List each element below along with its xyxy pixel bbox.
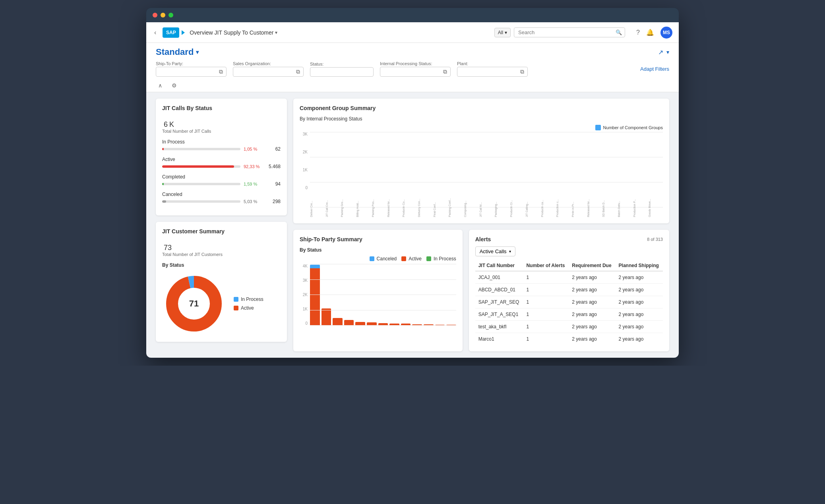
ship-bar-active-2 (321, 308, 331, 326)
x-label-20: SD Batch D... (602, 191, 617, 217)
component-group-legend: Number of Component Groups (300, 125, 663, 130)
filter-sales-org-copy[interactable]: ⧉ (296, 68, 300, 75)
filter-plant-input[interactable] (461, 69, 520, 75)
notification-icon[interactable]: 🔔 (646, 29, 654, 36)
x-label-4: Billing Hold... (356, 191, 371, 217)
cell-planned-3: 2 years ago (616, 296, 663, 308)
main-content: JIT Calls By Status 6K Total Number of J… (146, 92, 679, 358)
help-icon[interactable]: ? (636, 29, 640, 36)
x-label-9: Final Conf... (433, 191, 448, 217)
legend-in-process: In Process (234, 297, 263, 302)
app-title[interactable]: Overview JIT Supply To Customer ▾ (190, 29, 277, 36)
cell-planned-2: 2 years ago (616, 284, 663, 296)
ship-chart-container: 4K 3K 2K 1K 0 (300, 264, 456, 326)
ship-bar-group-13 (446, 264, 456, 326)
cell-jit-call-1: JCAJ_001 (475, 271, 523, 284)
status-active-bar-bg (162, 165, 240, 168)
filter-ship-to-party: Ship-To Party: ⧉ (156, 61, 227, 77)
alerts-card: Alerts 8 of 313 Active Calls ▾ (469, 230, 669, 351)
export-arrow[interactable]: ▾ (666, 49, 669, 55)
ship-bar-active-12 (435, 325, 445, 326)
table-row: SAP_JIT_A_SEQ1 1 2 years ago 2 years ago (475, 308, 663, 321)
jit-customer-total: 73 (162, 239, 281, 252)
ship-to-party-title: Ship-To Party Summary (300, 236, 456, 242)
ship-bars-area (310, 264, 456, 326)
cell-req-due-4: 2 years ago (569, 308, 615, 321)
status-active-bar-row: 92,33 % 5.468 (162, 164, 281, 169)
filter-status: Status: (310, 62, 374, 77)
ship-legend-in-process-dot (426, 256, 431, 261)
cell-req-due-2: 2 years ago (569, 284, 615, 296)
filter-ship-to-party-copy[interactable]: ⧉ (219, 68, 223, 75)
alerts-title: Alerts (475, 236, 491, 242)
donut-container: 71 In Process Active (162, 272, 281, 335)
filter-row: Ship-To Party: ⧉ Sales Organization: ⧉ S… (156, 57, 669, 80)
ship-legend-active: Active (401, 256, 422, 262)
status-in-process-count: 62 (267, 146, 281, 152)
status-active-bar-fill (162, 165, 234, 168)
status-completed-count: 94 (267, 181, 281, 187)
cell-planned-1: 2 years ago (616, 271, 663, 284)
ship-y-axis: 4K 3K 2K 1K 0 (300, 264, 309, 326)
filter-ship-to-party-input[interactable] (159, 69, 219, 75)
search-scope-dropdown[interactable]: All ▾ (494, 28, 511, 37)
header-search-area: All ▾ 🔍 (494, 27, 625, 37)
filter-status-select[interactable] (310, 67, 374, 77)
search-input[interactable] (514, 27, 625, 37)
x-label-5: Packing Pos... (372, 191, 386, 217)
ship-by-status-label: By Status (300, 247, 456, 253)
cell-alerts-4: 1 (523, 308, 569, 321)
ship-bar-group-5 (355, 264, 365, 326)
ship-legend-active-dot (401, 256, 406, 261)
adapt-filters-button[interactable]: Adapt Filters (640, 66, 669, 72)
cell-alerts-6: 1 (523, 333, 569, 345)
minimize-button[interactable] (161, 13, 165, 17)
alerts-dropdown-button[interactable]: Active Calls ▾ (475, 246, 515, 256)
ship-bar-group-9 (401, 264, 411, 326)
chart-y-axis: 3K 2K 1K 0 (300, 132, 309, 200)
component-group-title: Component Group Summary (300, 105, 663, 111)
x-label-16: Productn ca... (541, 191, 556, 217)
ship-bar-active-11 (424, 324, 434, 326)
ship-bar-group-11 (424, 264, 434, 326)
filter-internal-status-copy[interactable]: ⧉ (443, 68, 447, 75)
app-title-arrow: ▾ (275, 30, 277, 35)
filter-status-label: Status: (310, 62, 374, 66)
ship-bar-active-9 (401, 324, 411, 326)
export-icon[interactable]: ↗ (658, 48, 663, 56)
filter-internal-status-input[interactable] (383, 69, 443, 75)
filter-plant-copy[interactable]: ⧉ (520, 68, 524, 75)
user-avatar[interactable]: MS (660, 27, 672, 39)
alerts-header: Alerts 8 of 313 (475, 236, 663, 242)
status-in-process-label: In Process (162, 139, 281, 145)
back-button[interactable]: ‹ (153, 27, 158, 38)
x-axis-labels: Deliver Cre... JIT Call Cre... Packing G… (310, 191, 663, 217)
status-canceled-pct: 5,03 % (244, 199, 263, 204)
filter-sales-org-input[interactable] (236, 69, 296, 75)
close-button[interactable] (153, 13, 157, 17)
search-icon[interactable]: 🔍 (616, 29, 622, 35)
status-completed-bar-fill (162, 183, 164, 185)
x-label-10: Packing Conf... (448, 191, 463, 217)
status-canceled-label: Canceled (162, 192, 281, 197)
status-completed-bar-row: 1,59 % 94 (162, 181, 281, 187)
cell-planned-6: 2 years ago (616, 333, 663, 345)
page-title[interactable]: Standard ▾ (156, 47, 199, 57)
maximize-button[interactable] (168, 13, 173, 17)
x-label-11: Composing... (464, 191, 478, 217)
donut-chart: 71 (162, 272, 226, 335)
ship-bar-active-6 (367, 322, 377, 326)
alerts-count: 8 of 313 (647, 237, 663, 242)
ship-to-party-card: Ship-To Party Summary By Status Canceled… (293, 230, 463, 351)
filter-collapse-button[interactable]: ∧ (156, 81, 165, 89)
ship-bar-group-2 (321, 264, 331, 326)
cell-jit-call-4: SAP_JIT_A_SEQ1 (475, 308, 523, 321)
left-column: JIT Calls By Status 6K Total Number of J… (156, 99, 287, 351)
cell-planned-5: 2 years ago (616, 321, 663, 333)
filter-settings-button[interactable]: ⚙ (169, 81, 179, 89)
main-header: ‹ SAP Overview JIT Supply To Customer ▾ … (146, 22, 679, 43)
status-in-process-pct: 1,05 % (244, 147, 263, 151)
status-completed-bar-bg (162, 183, 240, 185)
ship-legend-active-label: Active (409, 256, 422, 262)
ship-bar-active-13 (446, 325, 456, 326)
